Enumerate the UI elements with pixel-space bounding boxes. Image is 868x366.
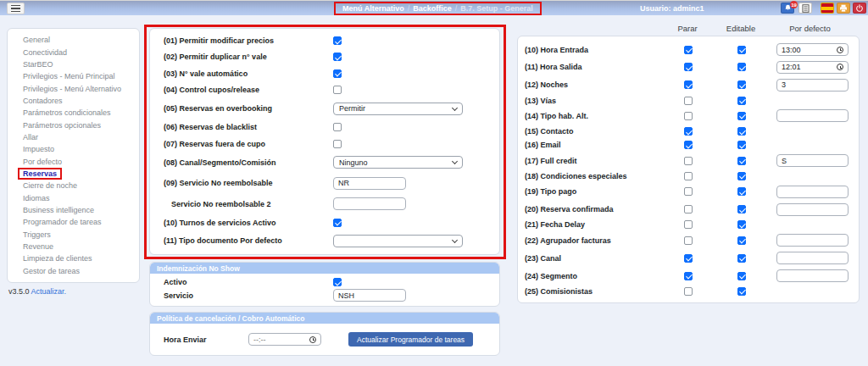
settings-row: (20) Reserva confirmada bbox=[525, 203, 849, 216]
sidebar-item-par-metros-condicionales[interactable]: Parámetros condicionales bbox=[8, 107, 139, 119]
checkbox[interactable] bbox=[333, 53, 342, 61]
log-icon bbox=[802, 4, 810, 13]
field-control: Ninguno bbox=[333, 156, 463, 169]
sidebar-item-programador-de-tareas[interactable]: Programador de tareas bbox=[8, 216, 139, 228]
clock-icon bbox=[309, 336, 316, 343]
sidebar-item-idiomas[interactable]: Idiomas bbox=[8, 191, 139, 203]
checkbox[interactable] bbox=[333, 86, 342, 94]
checkbox[interactable] bbox=[737, 127, 746, 136]
time-input[interactable]: 12:01 bbox=[776, 61, 849, 74]
checkbox[interactable] bbox=[684, 287, 693, 296]
select-dropdown[interactable]: Ninguno bbox=[333, 156, 463, 169]
text-input[interactable] bbox=[776, 154, 849, 167]
checkbox[interactable] bbox=[737, 46, 746, 54]
sidebar-item-contadores[interactable]: Contadores bbox=[8, 95, 139, 107]
checkbox[interactable] bbox=[333, 140, 342, 148]
checkbox[interactable] bbox=[737, 63, 746, 71]
sidebar-item-privilegios-men-principal[interactable]: Privilegios - Menú Principal bbox=[8, 70, 139, 82]
text-input[interactable] bbox=[776, 234, 849, 247]
checkbox[interactable] bbox=[333, 36, 342, 45]
sidebar-item-revenue[interactable]: Revenue bbox=[8, 241, 139, 252]
sidebar-item-reservas[interactable]: Reservas bbox=[8, 168, 139, 180]
sidebar-item-general[interactable]: General bbox=[8, 34, 139, 46]
text-input[interactable] bbox=[333, 177, 406, 190]
sidebar-item-limpieza-de-clientes[interactable]: Limpieza de clientes bbox=[8, 252, 139, 264]
field-label: (21) Fecha Delay bbox=[525, 220, 665, 229]
text-input[interactable] bbox=[776, 269, 849, 282]
checkbox[interactable] bbox=[684, 141, 693, 149]
sidebar-item-starbeo[interactable]: StarBEO bbox=[8, 58, 139, 70]
sidebar-item-impuesto[interactable]: Impuesto bbox=[8, 143, 139, 155]
checkbox[interactable] bbox=[684, 80, 693, 89]
checkbox[interactable] bbox=[737, 236, 746, 245]
checkbox[interactable] bbox=[684, 254, 693, 263]
checkbox[interactable] bbox=[737, 187, 746, 196]
checkbox[interactable] bbox=[737, 112, 746, 120]
checkbox[interactable] bbox=[684, 187, 693, 196]
hora-enviar-time-input[interactable]: --:-- bbox=[248, 333, 321, 346]
text-input[interactable] bbox=[776, 186, 849, 198]
form-row: (08) Canal/Segmento/ComisiónNinguno bbox=[164, 156, 486, 169]
checkbox[interactable] bbox=[737, 205, 746, 214]
checkbox[interactable] bbox=[684, 236, 693, 245]
checkbox[interactable] bbox=[684, 220, 693, 229]
select-dropdown[interactable] bbox=[333, 235, 463, 247]
notifications-button[interactable]: 19 bbox=[781, 3, 794, 14]
checkbox[interactable] bbox=[737, 80, 746, 89]
form-row: (04) Control cupos/release bbox=[164, 86, 486, 94]
sidebar-item-privilegios-men-alternativo[interactable]: Privilegios - Menú Alternativo bbox=[8, 82, 139, 94]
checkbox[interactable] bbox=[684, 157, 693, 165]
checkbox[interactable] bbox=[684, 112, 693, 120]
time-input[interactable]: 13:00 bbox=[776, 43, 849, 56]
checkbox[interactable] bbox=[737, 97, 746, 105]
update-link[interactable]: Actualizar. bbox=[31, 287, 67, 296]
sidebar-item-par-metros-opcionales[interactable]: Parámetros opcionales bbox=[8, 119, 139, 130]
sidebar-item-label: Gestor de tareas bbox=[23, 267, 80, 275]
checkbox[interactable] bbox=[684, 272, 693, 280]
sidebar-item-conectividad[interactable]: Conectividad bbox=[8, 46, 139, 58]
language-button[interactable] bbox=[821, 3, 834, 14]
checkbox[interactable] bbox=[333, 69, 342, 78]
sidebar-item-por-defecto[interactable]: Por defecto bbox=[8, 155, 139, 167]
checkbox[interactable] bbox=[737, 287, 746, 296]
text-input[interactable] bbox=[776, 79, 849, 92]
checkbox[interactable] bbox=[737, 254, 746, 263]
checkbox[interactable] bbox=[737, 220, 746, 229]
text-input[interactable] bbox=[333, 197, 406, 210]
sidebar-item-business-intelligence[interactable]: Business intelligence bbox=[8, 204, 139, 216]
checkbox[interactable] bbox=[333, 278, 342, 286]
sidebar-item-triggers[interactable]: Triggers bbox=[8, 229, 139, 241]
hamburger-menu-button[interactable] bbox=[7, 3, 25, 14]
field-label: (04) Control cupos/release bbox=[164, 86, 333, 94]
checkbox[interactable] bbox=[333, 123, 342, 131]
checkbox[interactable] bbox=[684, 46, 693, 54]
actualizar-programador-button[interactable]: Actualizar Programador de tareas bbox=[348, 332, 473, 347]
checkbox[interactable] bbox=[737, 157, 746, 165]
checkbox[interactable] bbox=[684, 172, 693, 180]
logout-button[interactable] bbox=[853, 3, 866, 14]
checkbox[interactable] bbox=[684, 97, 693, 105]
settings-row: (10) Hora Entrada13:00 bbox=[525, 43, 849, 56]
breadcrumb-menu-alternativo[interactable]: Menú Alternativo bbox=[342, 4, 404, 13]
text-input[interactable] bbox=[776, 109, 849, 122]
text-input[interactable] bbox=[776, 203, 849, 216]
print-button[interactable] bbox=[837, 3, 850, 14]
text-input[interactable] bbox=[776, 252, 849, 264]
sidebar-item-allar[interactable]: Allar bbox=[8, 131, 139, 143]
text-input[interactable] bbox=[333, 289, 406, 302]
sidebar-item-gestor-de-tareas[interactable]: Gestor de tareas bbox=[8, 265, 139, 277]
checkbox[interactable] bbox=[684, 63, 693, 71]
breadcrumb-backoffice[interactable]: Backoffice bbox=[413, 4, 452, 13]
checkbox[interactable] bbox=[737, 172, 746, 180]
parar-cell bbox=[665, 172, 712, 180]
log-button[interactable] bbox=[798, 3, 812, 14]
checkbox[interactable] bbox=[737, 272, 746, 280]
checkbox[interactable] bbox=[684, 205, 693, 214]
form-row: Activo bbox=[164, 278, 486, 286]
select-dropdown[interactable]: Permitir bbox=[333, 103, 463, 115]
checkbox[interactable] bbox=[333, 219, 342, 227]
checkbox[interactable] bbox=[737, 141, 746, 149]
checkbox[interactable] bbox=[684, 127, 693, 136]
notifications-badge: 19 bbox=[790, 1, 798, 8]
sidebar-item-cierre-de-noche[interactable]: Cierre de noche bbox=[8, 180, 139, 191]
